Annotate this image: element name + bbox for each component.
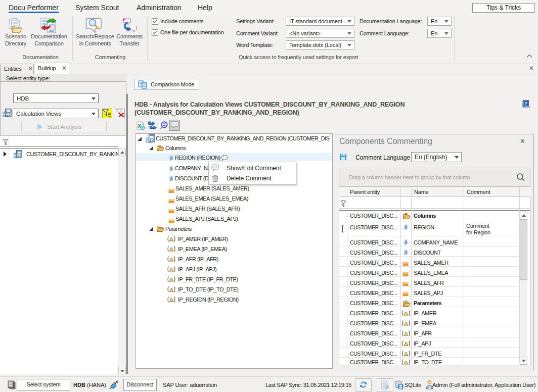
svg-text:?: ?	[524, 101, 527, 106]
